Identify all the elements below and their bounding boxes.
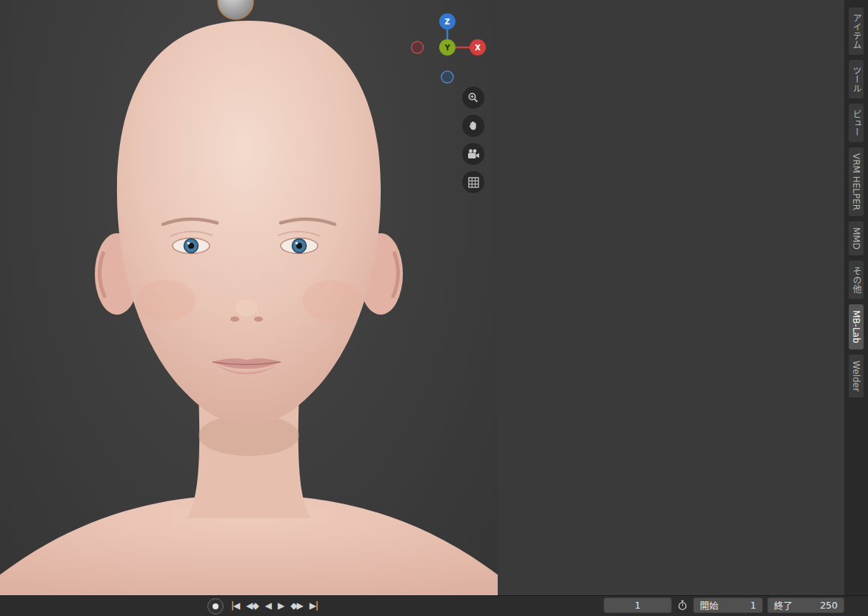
viewport-navigation-gizmo[interactable]: Z Y X (411, 9, 493, 92)
tab-item[interactable]: アイテム (849, 7, 864, 55)
prev-keyframe-button[interactable]: ◀◆ (246, 600, 258, 611)
frame-start-field[interactable]: 開始 1 (693, 597, 763, 613)
jump-to-start-button[interactable]: |◀ (231, 600, 239, 611)
blender-window: Z Y X (0, 0, 868, 616)
stopwatch-icon (677, 600, 688, 611)
3d-viewport[interactable]: Z Y X (0, 0, 498, 595)
gizmo-y-ball[interactable]: Y (439, 39, 455, 56)
zoom-button[interactable] (462, 87, 484, 109)
camera-icon (467, 149, 480, 160)
gizmo-neg-x-ball[interactable] (412, 41, 424, 53)
tab-tool[interactable]: ツール (849, 60, 864, 98)
jump-to-end-button[interactable]: ▶| (310, 600, 318, 611)
tab-view[interactable]: ビュー (849, 104, 864, 142)
record-button[interactable] (207, 598, 224, 615)
play-button[interactable]: ▶ (278, 600, 284, 611)
gizmo-x-ball[interactable]: X (470, 39, 486, 56)
mblab-sidebar-panel: https://www.mblab.dev CREATION TOOLS Age… (498, 0, 844, 595)
pan-button[interactable] (462, 115, 484, 137)
gizmo-x-label: X (475, 44, 481, 52)
tab-vrm-helper[interactable]: VRM HELPER (849, 147, 864, 216)
current-frame-field[interactable]: 1 (604, 597, 672, 613)
tab-welder[interactable]: Welder (849, 355, 864, 398)
frame-start-value: 1 (750, 600, 756, 611)
pan-hand-icon (467, 120, 479, 132)
frame-end-field[interactable]: 終了 250 (767, 597, 844, 613)
gizmo-y-label: Y (444, 44, 450, 52)
zoom-icon (467, 92, 479, 104)
gizmo-z-label: Z (444, 18, 450, 26)
frame-end-label: 終了 (774, 598, 792, 612)
next-keyframe-button[interactable]: ◆▶ (290, 600, 302, 611)
camera-view-button[interactable] (462, 143, 484, 165)
frame-end-value: 250 (820, 600, 838, 611)
tab-mblab[interactable]: MB-Lab (849, 304, 864, 349)
grid-icon (468, 177, 479, 188)
current-frame-value: 1 (635, 600, 641, 611)
play-reverse-button[interactable]: ◀ (265, 600, 271, 611)
record-dot-icon (213, 603, 218, 609)
gizmo-neg-z-ball[interactable] (441, 71, 453, 83)
sidebar-tab-strip: アイテム ツール ビュー VRM HELPER MMD その他 MB-Lab W… (844, 0, 868, 595)
tab-mmd[interactable]: MMD (849, 221, 864, 255)
viewport-tool-buttons (462, 87, 486, 193)
playback-controls: |◀ ◀◆ ◀ ▶ ◆▶ ▶| (231, 595, 318, 616)
tab-other[interactable]: その他 (849, 261, 864, 299)
gizmo-z-ball[interactable]: Z (439, 13, 455, 30)
frame-start-label: 開始 (700, 598, 718, 612)
grid-toggle-button[interactable] (462, 171, 484, 193)
